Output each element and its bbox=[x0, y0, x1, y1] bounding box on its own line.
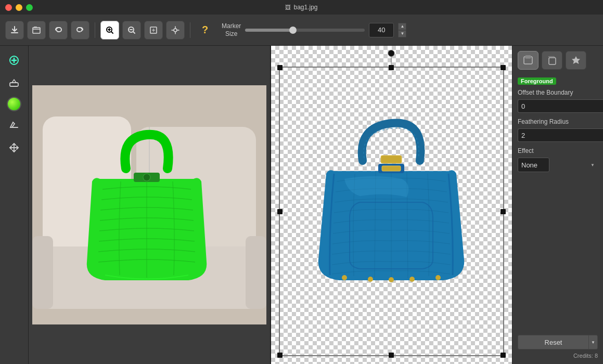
tab-favorites[interactable] bbox=[566, 51, 586, 70]
effect-label: Effect bbox=[518, 147, 598, 154]
help-button[interactable]: ? bbox=[196, 21, 214, 40]
svg-rect-7 bbox=[10, 83, 18, 86]
zoom-in-button[interactable] bbox=[100, 21, 119, 40]
reset-button[interactable]: Reset bbox=[518, 335, 588, 349]
marker-step-down[interactable]: ▼ bbox=[398, 30, 406, 37]
foreground-badge: Foreground bbox=[518, 77, 556, 85]
image-area bbox=[29, 46, 512, 364]
file-icon: 🖼 bbox=[285, 4, 291, 10]
selection-border bbox=[279, 67, 505, 356]
offset-label: Offset the Boundary bbox=[518, 89, 598, 96]
feathering-input[interactable] bbox=[518, 128, 603, 142]
svg-point-5 bbox=[174, 29, 177, 32]
move-button[interactable] bbox=[5, 138, 23, 157]
marker-size-stepper[interactable]: ▲ ▼ bbox=[398, 23, 406, 37]
offset-input[interactable] bbox=[518, 99, 603, 113]
original-image-panel[interactable] bbox=[29, 46, 271, 364]
export-button[interactable] bbox=[5, 21, 24, 40]
minimize-button[interactable] bbox=[16, 4, 22, 11]
fit-button[interactable] bbox=[144, 21, 163, 40]
handle-br[interactable] bbox=[501, 353, 506, 358]
maximize-button[interactable] bbox=[26, 4, 33, 11]
panel-tabs bbox=[518, 51, 598, 70]
handle-tr[interactable] bbox=[501, 65, 506, 70]
right-panel: Foreground Offset the Boundary ▲ ▼ Feath… bbox=[512, 46, 603, 364]
svg-rect-26 bbox=[525, 56, 531, 58]
marker-size-group: MarkerSize 40 ▲ ▼ bbox=[222, 22, 406, 37]
handle-ml[interactable] bbox=[277, 209, 283, 214]
divider-2 bbox=[190, 22, 190, 38]
handle-tl[interactable] bbox=[277, 65, 283, 70]
window-title: 🖼 bag1.jpg bbox=[285, 4, 317, 11]
zoom-out-button[interactable] bbox=[122, 21, 141, 40]
background-eraser-button[interactable] bbox=[5, 115, 23, 134]
original-image bbox=[32, 85, 266, 324]
effect-select-wrapper: None Blur Shadow Glow bbox=[518, 158, 598, 172]
tab-copy[interactable] bbox=[542, 51, 562, 70]
close-button[interactable] bbox=[5, 4, 12, 11]
panel-spacer bbox=[518, 184, 598, 331]
open-button[interactable] bbox=[27, 21, 46, 40]
title-text: bag1.jpg bbox=[293, 4, 317, 11]
main-content: Foreground Offset the Boundary ▲ ▼ Feath… bbox=[0, 46, 603, 364]
marker-step-up[interactable]: ▲ bbox=[398, 23, 406, 30]
reset-dropdown[interactable]: ▼ bbox=[588, 335, 598, 349]
foreground-section: Foreground Offset the Boundary ▲ ▼ Feath… bbox=[518, 76, 598, 177]
handle-bl[interactable] bbox=[277, 353, 283, 358]
effect-select[interactable]: None Blur Shadow Glow bbox=[518, 158, 549, 172]
svg-rect-27 bbox=[549, 58, 556, 64]
foreground-color-indicator[interactable] bbox=[7, 97, 21, 111]
tab-layers[interactable] bbox=[518, 51, 538, 70]
reset-row: Reset ▼ bbox=[518, 335, 598, 349]
feathering-label: Feathering Radius bbox=[518, 118, 598, 125]
titlebar: 🖼 bag1.jpg bbox=[0, 0, 603, 15]
extracted-image-panel[interactable] bbox=[271, 46, 512, 364]
svg-marker-28 bbox=[572, 56, 580, 64]
credits-bar: Credits: 8 bbox=[518, 353, 598, 359]
selection-overlay bbox=[271, 46, 512, 364]
divider-1 bbox=[95, 22, 95, 38]
redo-button[interactable] bbox=[71, 21, 89, 40]
svg-point-16 bbox=[143, 174, 150, 181]
marker-size-label: MarkerSize bbox=[222, 22, 241, 37]
marker-size-value: 40 bbox=[369, 23, 394, 37]
center-button[interactable] bbox=[166, 21, 185, 40]
svg-rect-12 bbox=[32, 236, 53, 309]
window-controls bbox=[5, 4, 33, 11]
svg-rect-0 bbox=[11, 32, 18, 33]
offset-input-row: ▲ ▼ bbox=[518, 99, 598, 113]
paint-brush-button[interactable] bbox=[5, 51, 23, 70]
left-sidebar bbox=[0, 46, 29, 364]
green-bag bbox=[79, 127, 214, 293]
handle-bm[interactable] bbox=[389, 353, 394, 358]
handle-tm[interactable] bbox=[389, 65, 394, 70]
marker-size-slider[interactable] bbox=[245, 29, 365, 32]
undo-button[interactable] bbox=[49, 21, 68, 40]
effect-select-row: None Blur Shadow Glow bbox=[518, 158, 598, 172]
handle-mr[interactable] bbox=[501, 209, 506, 214]
toolbar: ? MarkerSize 40 ▲ ▼ bbox=[0, 15, 603, 46]
eraser-button[interactable] bbox=[5, 74, 23, 93]
svg-rect-1 bbox=[33, 28, 40, 33]
feathering-input-row: ▲ ▼ bbox=[518, 128, 598, 142]
svg-rect-13 bbox=[246, 236, 266, 309]
